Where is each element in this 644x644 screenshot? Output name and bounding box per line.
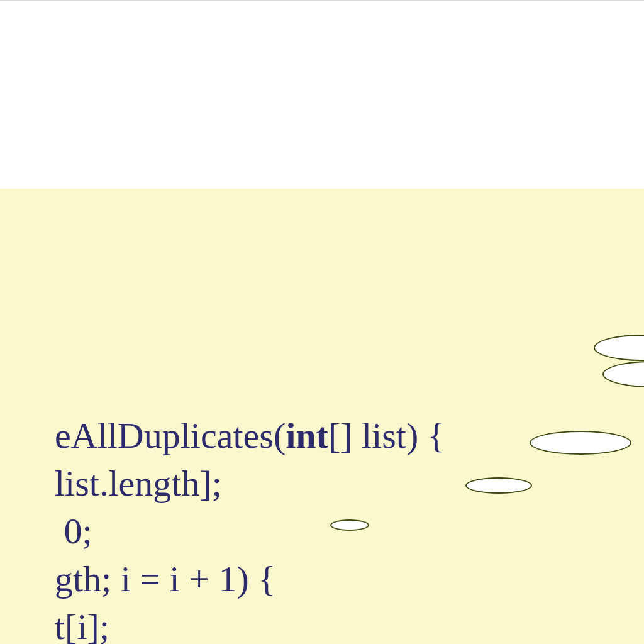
- ellipse-icon: [465, 477, 532, 494]
- page: eAllDuplicates(int[] list) { list.length…: [0, 0, 644, 644]
- code-text: [] list) {: [328, 415, 445, 456]
- ellipse-icon: [530, 431, 631, 455]
- keyword-int: int: [286, 415, 328, 456]
- ellipse-icon: [330, 519, 369, 531]
- top-divider: [0, 0, 644, 1]
- ellipse-icon: [602, 361, 644, 387]
- code-block: eAllDuplicates(int[] list) { list.length…: [0, 189, 644, 644]
- ellipse-icon: [594, 335, 644, 361]
- code-line-6: st(Arrays.copyOf(newList, nrOfStore: [0, 620, 602, 644]
